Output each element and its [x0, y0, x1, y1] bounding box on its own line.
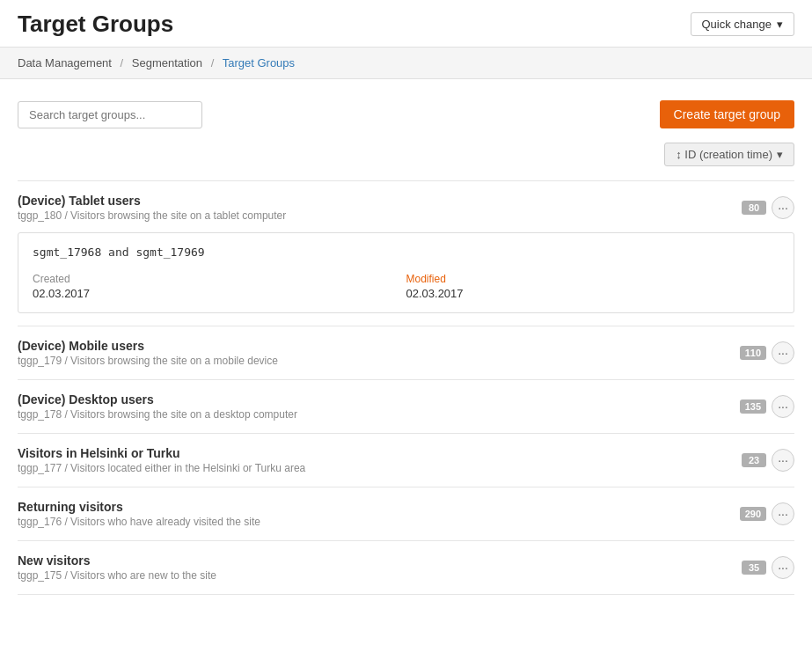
group-name-returning-visitors[interactable]: Returning visitors: [18, 500, 740, 514]
formula-code-device-tablet: sgmt_17968 and sgmt_17969: [33, 246, 205, 259]
group-name-device-mobile[interactable]: (Device) Mobile users: [18, 339, 740, 353]
group-info-helsinki-turku: Visitors in Helsinki or Turku tggp_177 /…: [18, 446, 742, 474]
more-button-new-visitors[interactable]: ···: [772, 556, 794, 579]
group-header-device-tablet: (Device) Tablet users tggp_180 / Visitor…: [18, 194, 794, 222]
group-actions-device-mobile: 110 ···: [740, 341, 794, 364]
page-header: Target Groups Quick change ▾: [0, 0, 812, 48]
group-actions-new-visitors: 35 ···: [742, 556, 794, 579]
group-meta-device-desktop: tggp_178 / Visitors browsing the site on…: [18, 408, 740, 421]
expanded-dates-device-tablet: Created 02.03.2017 Modified 02.03.2017: [33, 273, 779, 300]
group-item-new-visitors: New visitors tggp_175 / Visitors who are…: [18, 540, 794, 595]
group-header-device-mobile: (Device) Mobile users tggp_179 / Visitor…: [18, 339, 794, 367]
group-list: (Device) Tablet users tggp_180 / Visitor…: [18, 180, 794, 595]
more-button-helsinki-turku[interactable]: ···: [772, 449, 794, 472]
breadcrumb-segmentation[interactable]: Segmentation: [132, 56, 202, 70]
group-meta-helsinki-turku: tggp_177 / Visitors located either in th…: [18, 462, 742, 474]
date-modified-col-device-tablet: Modified 02.03.2017: [406, 273, 780, 300]
group-actions-helsinki-turku: 23 ···: [742, 449, 794, 472]
badge-device-desktop: 135: [740, 399, 766, 414]
group-item-helsinki-turku: Visitors in Helsinki or Turku tggp_177 /…: [18, 433, 794, 487]
group-name-device-desktop[interactable]: (Device) Desktop users: [18, 392, 740, 407]
badge-device-tablet: 80: [742, 201, 766, 215]
group-name-new-visitors[interactable]: New visitors: [18, 553, 742, 568]
group-info-new-visitors: New visitors tggp_175 / Visitors who are…: [18, 553, 742, 582]
group-header-device-desktop: (Device) Desktop users tggp_178 / Visito…: [18, 392, 794, 421]
badge-new-visitors: 35: [742, 561, 766, 575]
breadcrumb: Data Management / Segmentation / Target …: [0, 48, 812, 79]
breadcrumb-target-groups: Target Groups: [223, 56, 295, 70]
created-label: Created: [33, 273, 406, 285]
breadcrumb-sep-1: /: [121, 56, 124, 70]
date-created-col-device-tablet: Created 02.03.2017: [33, 273, 406, 300]
more-button-returning-visitors[interactable]: ···: [772, 502, 794, 525]
sort-label: ↕ ID (creation time): [676, 148, 772, 161]
group-name-device-tablet[interactable]: (Device) Tablet users: [18, 194, 742, 208]
created-value-device-tablet: 02.03.2017: [33, 287, 406, 300]
group-header-returning-visitors: Returning visitors tggp_176 / Visitors w…: [18, 500, 794, 528]
group-item-device-desktop: (Device) Desktop users tggp_178 / Visito…: [18, 379, 794, 433]
search-input[interactable]: [18, 101, 202, 128]
badge-device-mobile: 110: [740, 346, 766, 360]
quick-change-arrow-icon: ▾: [777, 18, 783, 31]
modified-label: Modified: [406, 273, 780, 285]
sort-button[interactable]: ↕ ID (creation time) ▾: [664, 143, 794, 166]
group-info-device-mobile: (Device) Mobile users tggp_179 / Visitor…: [18, 339, 740, 367]
sort-bar: ↕ ID (creation time) ▾: [18, 143, 794, 166]
group-item-returning-visitors: Returning visitors tggp_176 / Visitors w…: [18, 487, 794, 540]
sort-arrow-icon: ▾: [777, 148, 783, 161]
breadcrumb-sep-2: /: [211, 56, 215, 70]
toolbar: Create target group: [18, 100, 794, 128]
quick-change-button[interactable]: Quick change ▾: [691, 12, 795, 36]
group-actions-device-tablet: 80 ···: [742, 196, 794, 219]
group-meta-returning-visitors: tggp_176 / Visitors who have already vis…: [18, 516, 740, 528]
group-header-helsinki-turku: Visitors in Helsinki or Turku tggp_177 /…: [18, 446, 794, 474]
group-expanded-device-tablet: sgmt_17968 and sgmt_17969 Created 02.03.…: [18, 232, 794, 313]
breadcrumb-data-management[interactable]: Data Management: [18, 56, 112, 70]
more-button-device-tablet[interactable]: ···: [772, 196, 794, 219]
group-name-helsinki-turku[interactable]: Visitors in Helsinki or Turku: [18, 446, 742, 460]
group-meta-new-visitors: tggp_175 / Visitors who are new to the s…: [18, 569, 742, 582]
group-meta-device-mobile: tggp_179 / Visitors browsing the site on…: [18, 355, 740, 367]
group-meta-device-tablet: tggp_180 / Visitors browsing the site on…: [18, 209, 742, 222]
group-info-returning-visitors: Returning visitors tggp_176 / Visitors w…: [18, 500, 740, 528]
quick-change-label: Quick change: [702, 18, 772, 31]
page-title: Target Groups: [18, 11, 173, 38]
main-content: Create target group ↕ ID (creation time)…: [0, 79, 812, 616]
group-item-device-tablet: (Device) Tablet users tggp_180 / Visitor…: [18, 180, 794, 326]
group-actions-device-desktop: 135 ···: [740, 395, 794, 418]
create-target-group-button[interactable]: Create target group: [660, 100, 794, 128]
more-button-device-mobile[interactable]: ···: [772, 341, 794, 364]
modified-value-device-tablet: 02.03.2017: [406, 287, 780, 300]
group-actions-returning-visitors: 290 ···: [740, 502, 794, 525]
badge-returning-visitors: 290: [740, 507, 766, 521]
group-info-device-desktop: (Device) Desktop users tggp_178 / Visito…: [18, 392, 740, 421]
badge-helsinki-turku: 23: [742, 453, 766, 467]
group-item-device-mobile: (Device) Mobile users tggp_179 / Visitor…: [18, 326, 794, 379]
more-button-device-desktop[interactable]: ···: [772, 395, 794, 418]
group-header-new-visitors: New visitors tggp_175 / Visitors who are…: [18, 553, 794, 582]
expanded-formula-device-tablet: sgmt_17968 and sgmt_17969: [33, 246, 779, 259]
group-info-device-tablet: (Device) Tablet users tggp_180 / Visitor…: [18, 194, 742, 222]
